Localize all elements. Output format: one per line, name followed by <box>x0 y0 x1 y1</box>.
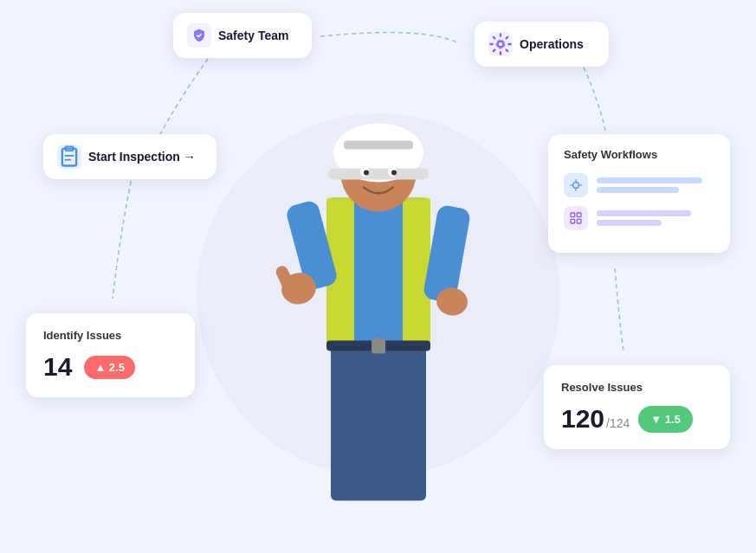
svg-rect-3 <box>403 197 430 349</box>
svg-rect-0 <box>331 344 426 500</box>
resolve-issues-count-sub: /124 <box>606 416 630 430</box>
start-inspection-label: Start Inspection → <box>88 150 196 164</box>
safety-workflows-title: Safety Workflows <box>564 148 714 161</box>
svg-point-20 <box>498 42 504 48</box>
safety-workflows-card: Safety Workflows <box>548 134 730 253</box>
gear-icon <box>488 32 513 56</box>
identify-issues-card: Identify Issues 14 ▲ 2.5 <box>26 313 195 397</box>
svg-rect-27 <box>571 219 575 223</box>
svg-rect-25 <box>571 213 575 217</box>
safety-team-label: Safety Team <box>218 29 288 42</box>
operations-card: Operations <box>475 22 609 67</box>
svg-rect-28 <box>577 219 581 223</box>
workflow-bars-1 <box>597 177 714 193</box>
safety-team-card: Safety Team <box>173 13 312 58</box>
identify-issues-count: 14 <box>43 352 72 382</box>
operations-label: Operations <box>520 37 584 51</box>
svg-rect-26 <box>577 213 581 217</box>
identify-issues-badge: ▲ 2.5 <box>84 356 135 379</box>
workflow-bars-2 <box>597 210 714 226</box>
workflow-bar-2a <box>597 210 691 216</box>
svg-point-12 <box>391 170 397 175</box>
workflow-row-1 <box>564 173 714 197</box>
svg-rect-8 <box>344 140 413 149</box>
start-inspection-card[interactable]: Start Inspection → <box>43 134 216 179</box>
worker-figure <box>240 102 517 518</box>
shield-icon <box>187 23 211 48</box>
svg-rect-19 <box>372 338 385 353</box>
workflow-bar-2b <box>597 220 662 226</box>
identify-issues-title: Identify Issues <box>43 329 178 342</box>
workflow-icon-1 <box>564 173 588 197</box>
workflow-bar-1a <box>597 177 702 183</box>
resolve-issues-card: Resolve Issues 120 /124 ▼ 1.5 <box>544 365 730 449</box>
scene: Safety Team Operations Start Inspection … <box>0 0 756 553</box>
resolve-issues-title: Resolve Issues <box>561 381 713 394</box>
svg-point-11 <box>364 170 369 175</box>
clipboard-icon <box>57 145 81 169</box>
resolve-issues-count: 120 <box>561 404 604 434</box>
workflow-icon-2 <box>564 206 588 230</box>
workflow-bar-1b <box>597 187 679 193</box>
svg-point-24 <box>573 183 579 189</box>
resolve-issues-badge: ▼ 1.5 <box>638 406 693 433</box>
workflow-row-2 <box>564 206 714 230</box>
svg-rect-7 <box>328 168 429 179</box>
